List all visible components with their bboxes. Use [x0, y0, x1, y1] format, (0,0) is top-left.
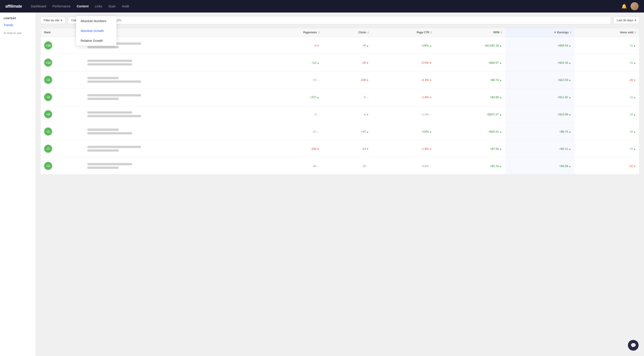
nav-scan[interactable]: Scan — [108, 4, 116, 8]
nav-performance[interactable]: Performance — [52, 4, 70, 8]
dropdown-item-absolute-growth[interactable]: Absolute Growth — [76, 26, 116, 36]
nav-dashboard[interactable]: Dashboard — [31, 4, 46, 8]
logo: affilimate — [5, 4, 22, 9]
nav-audit[interactable]: Audit — [122, 4, 129, 8]
nav-links: Dashboard Performance Content Links Scan… — [31, 4, 622, 8]
columns-dropdown-menu: Absolute Numbers Absolute Growth Relativ… — [76, 16, 116, 46]
nav-right: 🔔 — [622, 2, 639, 10]
bell-icon[interactable]: 🔔 — [622, 3, 627, 9]
chat-button[interactable]: 💬 — [628, 340, 639, 351]
nav-links-item[interactable]: Links — [95, 4, 102, 8]
navbar: affilimate Dashboard Performance Content… — [0, 0, 644, 12]
nav-content[interactable]: Content — [77, 4, 89, 8]
dropdown-item-relative-growth[interactable]: Relative Growth — [76, 36, 116, 46]
dropdown-overlay[interactable] — [0, 0, 644, 356]
dropdown-item-absolute-numbers[interactable]: Absolute Numbers — [76, 16, 116, 26]
avatar[interactable] — [630, 2, 639, 10]
